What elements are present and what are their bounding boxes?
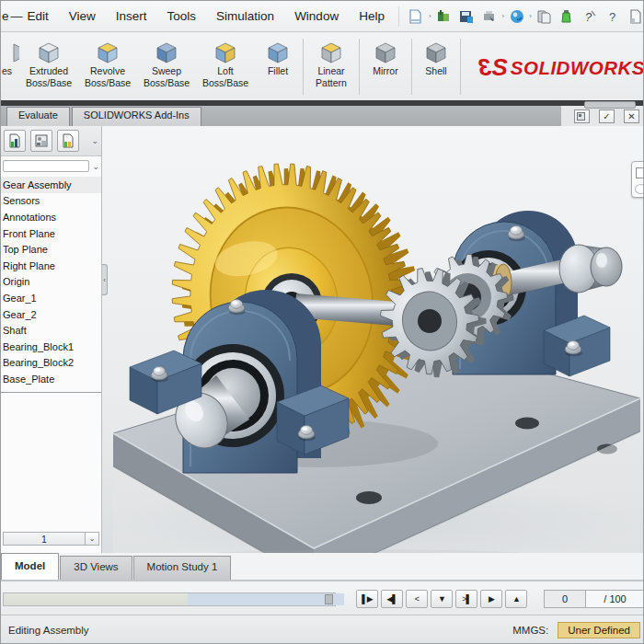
command-tab-row: Evaluate SOLIDWORKS Add-Ins ✓ ✕ [1, 106, 644, 126]
tree-divider [1, 392, 101, 393]
chevron-down-icon[interactable]: ⌄ [92, 162, 99, 171]
panel-splitter[interactable]: ‹ [102, 264, 108, 295]
options-icon[interactable] [627, 6, 644, 26]
play-button[interactable]: ▶ [480, 590, 502, 608]
menu-item-simulation[interactable]: Simulation [206, 9, 284, 23]
file-properties-icon[interactable] [535, 6, 554, 26]
open-document-icon[interactable] [434, 6, 454, 26]
next-frame-button[interactable]: >▌ [455, 590, 477, 608]
previous-frame-button[interactable]: < [406, 590, 428, 608]
tree-filter-input[interactable] [3, 160, 89, 172]
tree-item-top-plane[interactable]: Top Plane [1, 241, 101, 258]
feature-manager-tab-bar: ⌄ [1, 126, 101, 156]
save-icon[interactable] [457, 6, 477, 26]
configuration-value[interactable]: 1 [3, 532, 86, 546]
tree-item-bearing-block1[interactable]: Bearing_Block1 [1, 339, 101, 355]
ribbon-button-shell[interactable]: Shell [414, 33, 458, 100]
dropdown-caret-icon[interactable]: › [502, 12, 505, 20]
tree-item-origin[interactable]: Origin [1, 274, 101, 291]
timeline-track[interactable] [3, 592, 336, 606]
measure-icon[interactable] [558, 6, 577, 26]
document-tab-row: Model 3D Views Motion Study 1 [1, 553, 644, 581]
tree-item-base-plate[interactable]: Base_Plate [1, 371, 101, 387]
print-icon[interactable] [480, 6, 500, 26]
keyboard-shortcut-button[interactable] [574, 109, 590, 123]
solidworks-logo-mark: 3S [480, 53, 506, 82]
play-from-start-button[interactable]: ▌▶ [356, 590, 378, 608]
feature-tree-tab-icon[interactable] [4, 130, 26, 152]
toolbar-separator [398, 6, 399, 27]
scrollbar-thumb[interactable] [584, 101, 636, 109]
frame-counter: 0 / 100 [544, 590, 644, 608]
viewport-control-cluster: ✓ ✕ [561, 106, 644, 126]
tree-item-front-plane[interactable]: Front Plane [1, 225, 101, 242]
feature-tree: Gear Assembly Sensors Annotations Front … [1, 175, 101, 387]
dropdown-caret-icon[interactable]: › [429, 12, 431, 20]
tab-solidworks-add-ins[interactable]: SOLIDWORKS Add-Ins [72, 107, 201, 126]
timeline-range [188, 593, 344, 605]
tab-motion-study-1[interactable]: Motion Study 1 [133, 556, 232, 580]
gear-assembly-render [102, 126, 644, 553]
chevron-down-icon[interactable]: ⌄ [91, 136, 98, 145]
quick-access-toolbar: › › › ? ? [395, 6, 644, 27]
ribbon-button-partial[interactable]: es [1, 33, 19, 100]
feature-manager-panel: ⌄ ⌄ Gear Assembly Sensors Annotations Fr… [1, 126, 102, 553]
menu-item-edit[interactable]: Edit [17, 9, 59, 23]
rebuild-icon[interactable] [507, 6, 526, 26]
tree-item-shaft[interactable]: Shaft [1, 322, 101, 339]
tree-item-gear-2[interactable]: Gear_2 [1, 306, 101, 323]
playback-controls: ▌▶ ◀▌ < ▼ >▌ ▶ ▲ [356, 590, 527, 608]
ribbon-button-sweep-boss-base[interactable]: Sweep Boss/Base [137, 33, 196, 100]
tree-item-gear-1[interactable]: Gear_1 [1, 290, 101, 306]
ribbon-button-mirror[interactable]: Mirror [362, 33, 409, 100]
status-badge[interactable]: Uner Defined [558, 622, 640, 638]
configuration-selector: 1 ⌄ [3, 532, 99, 546]
timeline-thumb[interactable] [325, 594, 333, 604]
dropdown-caret-icon[interactable]: › [529, 12, 532, 20]
tab-model[interactable]: Model [1, 553, 59, 580]
tree-item-bearing-block2[interactable]: Bearing_Block2 [1, 355, 101, 372]
close-button[interactable]: ✕ [624, 109, 639, 123]
property-manager-tab-icon[interactable] [30, 130, 52, 152]
confirm-button[interactable]: ✓ [599, 109, 615, 123]
ribbon-button-extruded-boss-base[interactable]: Extruded Boss/Base [19, 33, 78, 100]
svg-text:?: ? [609, 10, 615, 24]
jump-to-start-button[interactable]: ◀▌ [381, 590, 403, 608]
tab-3d-views[interactable]: 3D Views [60, 556, 132, 580]
help-icon[interactable]: ? [604, 6, 623, 26]
tree-item-gear-assembly[interactable]: Gear Assembly [1, 177, 101, 193]
command-manager-ribbon: es Extruded Boss/Base Revolve Boss/Base … [1, 33, 644, 100]
menu-item-insert[interactable]: Insert [106, 9, 157, 23]
tree-item-sensors[interactable]: Sensors [1, 193, 101, 210]
menu-item-partial[interactable]: e [1, 9, 11, 23]
svg-text:?: ? [585, 10, 592, 24]
solidworks-window: e — Edit View Insert Tools Simulation Wi… [0, 0, 644, 644]
menu-item-window[interactable]: Window [284, 9, 349, 23]
new-document-icon[interactable] [407, 6, 426, 26]
ribbon-button-linear-pattern[interactable]: Linear Pattern [305, 33, 357, 100]
eject-button[interactable]: ▲ [505, 590, 527, 608]
menu-item-tools[interactable]: Tools [157, 9, 207, 23]
menu-item-help[interactable]: Help [349, 9, 395, 23]
view-cube-partial[interactable] [631, 161, 644, 198]
main-area: ⌄ ⌄ Gear Assembly Sensors Annotations Fr… [1, 126, 644, 553]
units-label[interactable]: MMGS: [512, 625, 548, 636]
status-bar: Editing Assembly MMGS: Uner Defined [1, 615, 644, 644]
ribbon-separator [303, 39, 304, 95]
frame-current-field[interactable]: 0 [544, 590, 586, 608]
stop-button[interactable]: ▼ [431, 590, 453, 608]
configuration-manager-tab-icon[interactable] [57, 130, 79, 152]
tree-item-annotations[interactable]: Annotations [1, 209, 101, 225]
tree-item-right-plane[interactable]: Right Plane [1, 258, 101, 274]
ribbon-button-fillet[interactable]: Fillet [255, 33, 301, 100]
tree-filter-row: ⌄ [1, 156, 101, 175]
graphics-viewport[interactable] [102, 126, 644, 553]
tab-evaluate[interactable]: Evaluate [6, 107, 70, 126]
frame-total-field: / 100 [586, 590, 644, 608]
chevron-down-icon[interactable]: ⌄ [86, 532, 99, 546]
whats-wrong-icon[interactable]: ? [581, 6, 600, 26]
menu-item-view[interactable]: View [59, 9, 106, 23]
status-text: Editing Assembly [1, 625, 89, 636]
ribbon-button-revolve-boss-base[interactable]: Revolve Boss/Base [78, 33, 137, 100]
ribbon-button-loft-boss-base[interactable]: Loft Boss/Base [196, 33, 255, 100]
